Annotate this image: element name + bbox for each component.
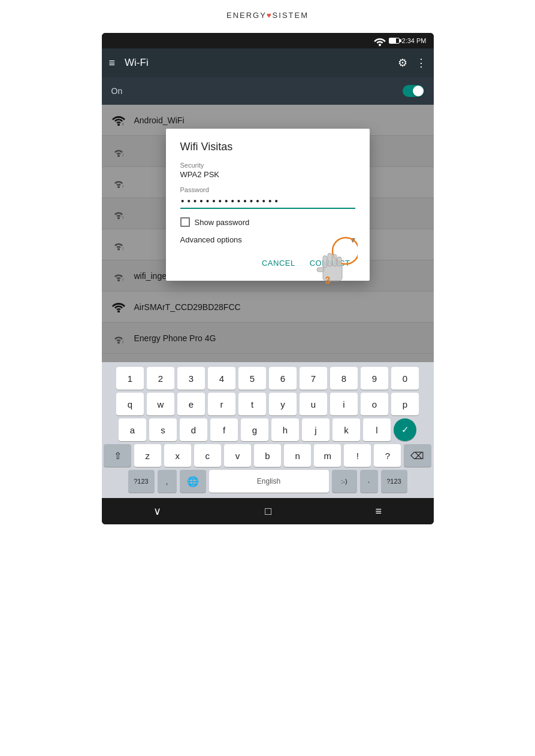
key-n[interactable]: n [284, 444, 311, 467]
battery-fill [389, 38, 396, 43]
key-d[interactable]: d [180, 418, 207, 441]
keyboard: 1 2 3 4 5 6 7 8 9 0 q w e r t y u i o p … [102, 362, 434, 498]
battery-icon [389, 38, 400, 44]
key-shift-left[interactable]: ⇧ [104, 444, 131, 467]
key-s[interactable]: s [149, 418, 177, 441]
brand-header: ENERGY♥SISTEM [0, 0, 535, 26]
key-7[interactable]: 7 [300, 367, 327, 390]
brand-name: ENERGY [226, 11, 267, 20]
key-z[interactable]: z [134, 444, 161, 467]
key-h[interactable]: h [271, 418, 299, 441]
app-bar-actions: ⚙ ⋮ [398, 56, 427, 69]
asdf-row: a s d f g h j k l ✓ [104, 418, 431, 441]
key-j[interactable]: j [302, 418, 330, 441]
app-bar: ≡ Wi-Fi ⚙ ⋮ [102, 48, 434, 77]
bottom-row: ?123 , 🌐 English :-) · ?123 [104, 470, 431, 493]
key-sym-right[interactable]: ?123 [381, 470, 407, 493]
key-g[interactable]: g [241, 418, 268, 441]
device-frame: 2:34 PM ≡ Wi-Fi ⚙ ⋮ On ! [102, 33, 434, 524]
key-sym-left[interactable]: ?123 [128, 470, 155, 493]
key-w[interactable]: w [147, 393, 174, 415]
status-time: 2:34 PM [402, 37, 427, 44]
key-0[interactable]: 0 [391, 367, 419, 390]
wifi-list: ! Android_WiFi ! ! [102, 105, 434, 362]
numbers-row: 1 2 3 4 5 6 7 8 9 0 [104, 367, 431, 390]
key-exclaim[interactable]: ! [344, 444, 371, 467]
key-emoji[interactable]: :-) [332, 470, 357, 493]
key-8[interactable]: 8 [330, 367, 358, 390]
dialog-title: Wifi Visitas [180, 141, 355, 153]
cancel-button[interactable]: CANCEL [257, 255, 300, 271]
password-label: Password [180, 186, 355, 193]
brand-suffix: SISTEM [273, 11, 309, 20]
svg-rect-19 [328, 253, 332, 266]
advanced-options-label: Advanced options [180, 235, 242, 244]
toggle-knob [413, 86, 424, 96]
key-k[interactable]: k [333, 418, 360, 441]
show-password-checkbox[interactable] [180, 217, 190, 227]
svg-rect-18 [323, 256, 327, 268]
svg-rect-20 [333, 254, 337, 266]
wifi-dialog: Wifi Visitas Security WPA2 PSK Password … [166, 129, 370, 281]
security-label: Security [180, 162, 355, 169]
key-enter[interactable]: ✓ [394, 418, 416, 441]
key-l[interactable]: l [363, 418, 391, 441]
key-e[interactable]: e [177, 393, 205, 415]
hamburger-icon[interactable]: ≡ [109, 57, 116, 69]
nav-home-button[interactable]: □ [253, 500, 283, 523]
password-dots: •••••••••••••••• [180, 196, 280, 206]
key-5[interactable]: 5 [238, 367, 266, 390]
key-question[interactable]: ? [374, 444, 401, 467]
show-password-label: Show password [195, 218, 250, 227]
status-bar: 2:34 PM [102, 33, 434, 48]
nav-recents-button[interactable]: ≡ [363, 500, 394, 523]
key-y[interactable]: y [269, 393, 297, 415]
wifi-toggle-row: On [102, 77, 434, 105]
status-icons: 2:34 PM [373, 36, 427, 46]
key-a[interactable]: a [119, 418, 146, 441]
svg-rect-22 [317, 268, 324, 272]
wifi-toggle-switch[interactable] [403, 85, 424, 97]
wifi-toggle-label: On [111, 86, 403, 96]
key-p[interactable]: p [391, 393, 419, 415]
zxcv-row: ⇧ z x c v b n m ! ? ⌫ [104, 444, 431, 467]
key-r[interactable]: r [208, 393, 235, 415]
svg-point-0 [379, 44, 381, 46]
key-c[interactable]: c [194, 444, 221, 467]
key-6[interactable]: 6 [269, 367, 297, 390]
qwerty-row: q w e r t y u i o p [104, 393, 431, 415]
key-i[interactable]: i [330, 393, 358, 415]
nav-back-button[interactable]: ∨ [141, 500, 173, 523]
svg-text:3: 3 [325, 275, 330, 286]
brand-heart: ♥ [267, 11, 273, 20]
settings-icon[interactable]: ⚙ [398, 56, 407, 69]
wifi-status-icon [373, 36, 386, 46]
key-q[interactable]: q [116, 393, 144, 415]
key-m[interactable]: m [314, 444, 341, 467]
key-9[interactable]: 9 [361, 367, 388, 390]
key-globe[interactable]: 🌐 [180, 470, 206, 493]
key-x[interactable]: x [164, 444, 191, 467]
show-password-row: Show password [180, 217, 355, 227]
key-f[interactable]: f [210, 418, 238, 441]
security-value: WPA2 PSK [180, 170, 355, 179]
key-comma[interactable]: , [158, 470, 177, 493]
key-3[interactable]: 3 [177, 367, 205, 390]
password-input-row[interactable]: •••••••••••••••• [180, 196, 355, 209]
dialog-overlay: Wifi Visitas Security WPA2 PSK Password … [102, 105, 434, 362]
hand-cursor-annotation: 3 [310, 233, 358, 293]
app-title: Wi-Fi [125, 57, 388, 69]
key-b[interactable]: b [254, 444, 281, 467]
key-o[interactable]: o [361, 393, 388, 415]
more-options-icon[interactable]: ⋮ [416, 56, 427, 69]
nav-bar: ∨ □ ≡ [102, 498, 434, 524]
key-2[interactable]: 2 [147, 367, 174, 390]
key-1[interactable]: 1 [116, 367, 144, 390]
key-dot[interactable]: · [360, 470, 378, 493]
key-v[interactable]: v [224, 444, 251, 467]
key-u[interactable]: u [300, 393, 327, 415]
key-backspace[interactable]: ⌫ [404, 444, 431, 467]
key-4[interactable]: 4 [208, 367, 235, 390]
key-space[interactable]: English [209, 470, 329, 493]
key-t[interactable]: t [238, 393, 266, 415]
